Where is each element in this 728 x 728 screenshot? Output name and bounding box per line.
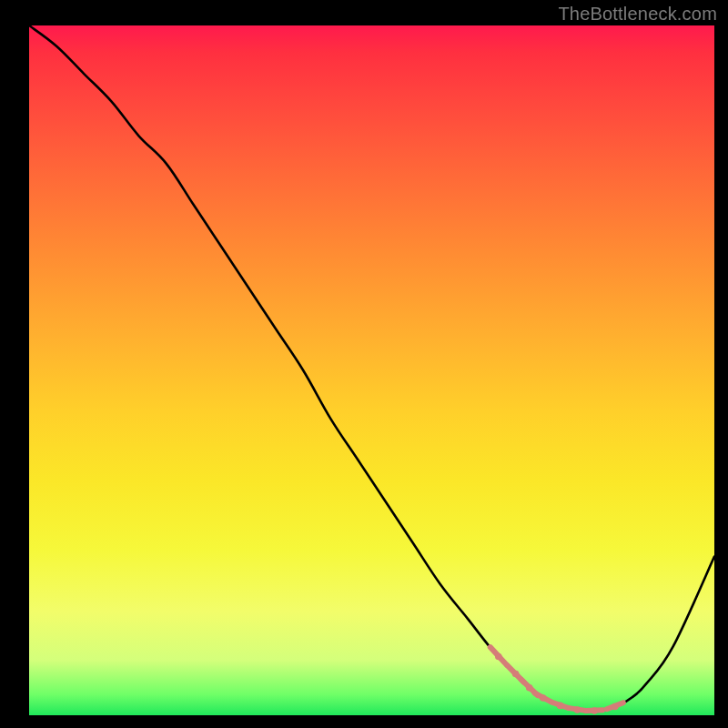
optimal-marker-dot	[557, 703, 564, 710]
optimal-marker-dot	[540, 694, 547, 702]
optimal-marker-dot	[574, 706, 581, 713]
curve-layer	[29, 25, 714, 715]
chart-stage: TheBottleneck.com	[0, 0, 728, 728]
optimal-markers	[490, 647, 623, 714]
optimal-marker-dot	[591, 707, 598, 714]
plot-area	[29, 25, 714, 715]
optimal-marker-dot	[512, 671, 520, 678]
optimal-marker-dot	[526, 684, 533, 692]
watermark-text: TheBottleneck.com	[558, 4, 717, 25]
optimal-marker-dot	[495, 653, 502, 661]
optimal-marker-dot	[612, 703, 619, 711]
bottleneck-curve	[29, 25, 714, 711]
